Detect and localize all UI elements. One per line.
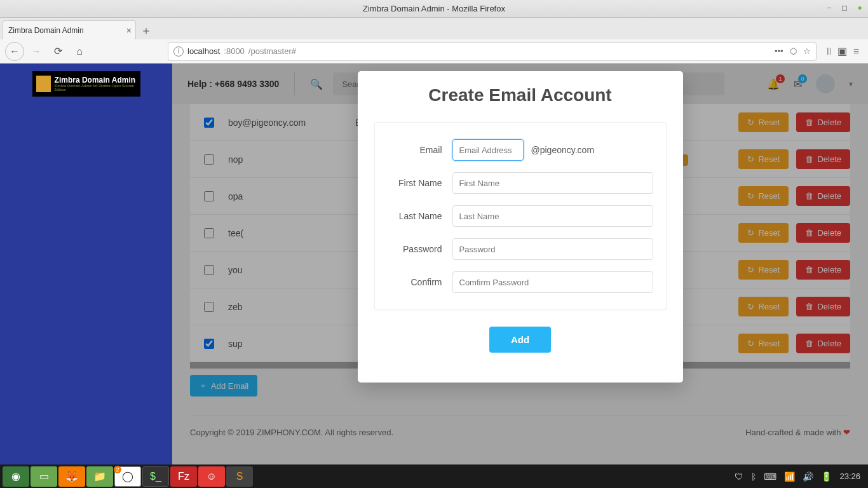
back-button[interactable]: ← — [5, 42, 24, 61]
library-icon[interactable]: ⫴ — [827, 46, 831, 57]
email-input[interactable] — [452, 139, 524, 161]
window-title: Zimbra Domain Admin - Mozilla Firefox — [363, 4, 505, 13]
password-input[interactable] — [452, 238, 653, 260]
browser-tab[interactable]: Zimbra Domain Admin × — [3, 20, 136, 39]
keyboard-icon[interactable]: ⌨ — [764, 471, 776, 482]
battery-icon[interactable]: 🔋 — [821, 471, 832, 482]
main-panel: Help : +668 9493 3300 🔍 🔔 1 ✉ 0 ▾ boy@pi… — [172, 64, 868, 464]
window-titlebar: Zimbra Domain Admin - Mozilla Firefox － … — [0, 0, 868, 18]
taskbar-firefox-icon[interactable]: 🦊 — [58, 466, 85, 487]
logo-subtitle: Zimbra Domain Admin for Zimbra Open Sour… — [55, 84, 137, 92]
bookmark-star-icon[interactable]: ☆ — [803, 46, 811, 56]
taskbar-sublime-icon[interactable]: S — [226, 466, 253, 487]
clock[interactable]: 23:26 — [839, 471, 860, 481]
start-menu-icon[interactable]: ◉ — [3, 466, 29, 487]
taskbar-filezilla-icon[interactable]: Fz — [170, 466, 197, 487]
home-button[interactable]: ⌂ — [70, 42, 89, 61]
tab-close-icon[interactable]: × — [126, 25, 132, 36]
reader-icon[interactable]: ▣ — [837, 45, 847, 57]
show-desktop-icon[interactable]: ▭ — [31, 466, 57, 487]
first-name-input[interactable] — [452, 172, 653, 194]
volume-icon[interactable]: 🔊 — [803, 471, 813, 482]
sidebar-logo[interactable]: Zimbra Domain Admin Zimbra Domain Admin … — [32, 71, 140, 97]
taskbar-app-icon[interactable]: ☺ — [198, 466, 225, 487]
bluetooth-icon[interactable]: ᛒ — [751, 471, 756, 482]
window-close-icon[interactable]: ● — [855, 3, 864, 12]
page-actions-icon[interactable]: ••• — [775, 46, 783, 56]
password-label: Password — [388, 244, 452, 254]
url-host: localhost — [187, 46, 220, 56]
browser-nav-bar: ← → ⟳ ⌂ i localhost:8000/postmaster# •••… — [0, 39, 868, 64]
create-account-modal: Create Email Account Email @pigeoncy.com… — [358, 71, 683, 383]
logo-icon — [36, 76, 51, 92]
confirm-input[interactable] — [452, 271, 653, 293]
browser-tab-strip: Zimbra Domain Admin × ＋ — [0, 18, 868, 39]
wifi-icon[interactable]: 📶 — [784, 471, 795, 482]
pocket-icon[interactable]: ⬡ — [790, 46, 797, 56]
email-label: Email — [388, 145, 452, 155]
modal-title: Create Email Account — [374, 85, 667, 105]
last-name-input[interactable] — [452, 205, 653, 227]
modal-overlay[interactable]: Create Email Account Email @pigeoncy.com… — [172, 64, 868, 464]
taskbar-terminal-icon[interactable]: $_ — [142, 466, 169, 487]
url-port: :8000 — [224, 46, 245, 56]
chrome-badge: 2 — [114, 466, 121, 473]
taskbar-files-icon[interactable]: 📁 — [86, 466, 113, 487]
modal-add-button[interactable]: Add — [489, 327, 551, 353]
confirm-label: Confirm — [388, 277, 452, 287]
email-domain: @pigeoncy.com — [524, 145, 595, 155]
desktop-taskbar: ◉ ▭ 🦊 📁 2◯ $_ Fz ☺ S 🛡 ᛒ ⌨ 📶 🔊 🔋 23:26 — [0, 464, 868, 488]
hamburger-menu-icon[interactable]: ≡ — [853, 46, 859, 57]
sidebar: Zimbra Domain Admin Zimbra Domain Admin … — [0, 64, 172, 464]
window-minimize-icon[interactable]: － — [825, 3, 834, 12]
new-tab-button[interactable]: ＋ — [136, 22, 156, 39]
tab-title: Zimbra Domain Admin — [8, 26, 84, 35]
last-name-label: Last Name — [388, 211, 452, 221]
window-maximize-icon[interactable]: ◻ — [840, 3, 849, 12]
taskbar-chrome-icon[interactable]: 2◯ — [114, 466, 141, 487]
forward-button[interactable]: → — [27, 42, 46, 61]
app-root: Zimbra Domain Admin Zimbra Domain Admin … — [0, 64, 868, 464]
modal-form: Email @pigeoncy.com First Name Last Name… — [374, 122, 667, 310]
shield-icon[interactable]: 🛡 — [735, 471, 743, 482]
url-path: /postmaster# — [248, 46, 296, 56]
first-name-label: First Name — [388, 178, 452, 188]
logo-title: Zimbra Domain Admin — [55, 76, 137, 84]
reload-button[interactable]: ⟳ — [48, 42, 67, 61]
url-bar[interactable]: i localhost:8000/postmaster# ••• ⬡ ☆ — [168, 42, 817, 61]
site-info-icon[interactable]: i — [173, 46, 184, 57]
